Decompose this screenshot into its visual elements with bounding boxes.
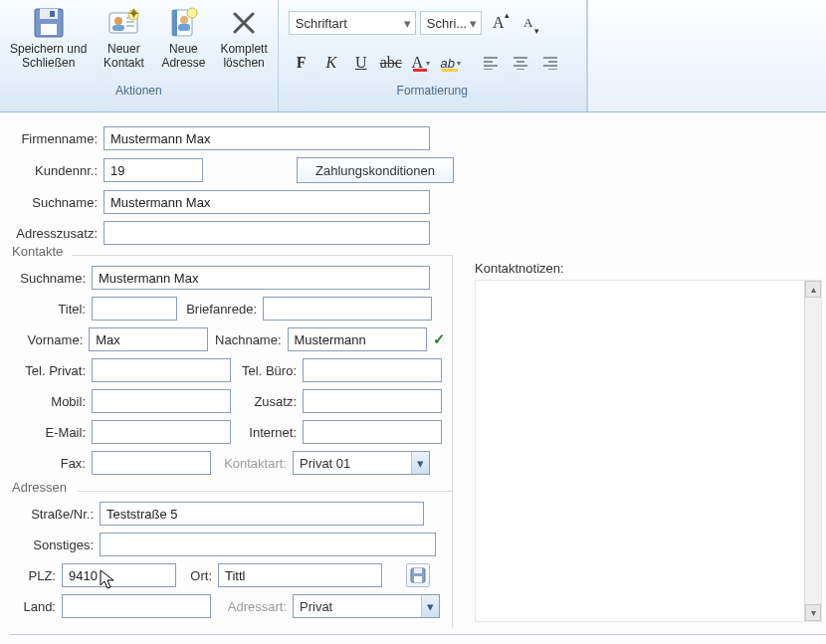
contact-card-icon: ✦ xyxy=(106,6,140,40)
kundennr-input[interactable] xyxy=(103,158,203,182)
vorname-input[interactable] xyxy=(89,327,208,351)
new-contact-button[interactable]: ✦ Neuer Kontakt xyxy=(95,4,152,82)
fax-input[interactable] xyxy=(92,451,211,475)
telprivat-label: Tel. Privat: xyxy=(16,363,86,378)
italic-button[interactable]: K xyxy=(318,50,344,76)
plz-label: PLZ: xyxy=(16,568,56,583)
firmenname-label: Firmenname: xyxy=(16,131,98,146)
zusatz-input[interactable] xyxy=(303,389,442,413)
notes-scrollbar[interactable]: ▴ ▾ xyxy=(804,281,821,621)
sonstiges-label: Sonstiges: xyxy=(16,537,94,552)
svg-rect-6 xyxy=(112,25,124,31)
scroll-down-button[interactable]: ▾ xyxy=(805,604,821,621)
bold-button[interactable]: F xyxy=(289,50,314,76)
font-size-placeholder: Schri... xyxy=(427,16,467,31)
mobil-label: Mobil: xyxy=(16,394,86,409)
kontakte-section-title: Kontakte xyxy=(12,244,72,259)
telbuero-input[interactable] xyxy=(303,358,442,382)
font-family-placeholder: Schriftart xyxy=(296,16,347,31)
chevron-down-icon: ▾ xyxy=(411,452,429,474)
scroll-up-button[interactable]: ▴ xyxy=(805,281,821,298)
suchname-input[interactable] xyxy=(103,190,430,214)
internet-label: Internet: xyxy=(237,425,297,440)
adressart-value: Privat xyxy=(294,599,332,614)
chevron-down-icon: ▾ xyxy=(421,595,439,617)
briefanrede-input[interactable] xyxy=(263,297,432,321)
kontaktnotizen-label: Kontaktnotizen: xyxy=(475,261,822,276)
chevron-down-icon: ▾ xyxy=(470,16,477,31)
svg-rect-33 xyxy=(414,576,422,582)
titel-label: Titel: xyxy=(16,302,86,317)
address-book-icon xyxy=(166,6,200,40)
grow-font-button[interactable]: A▴ xyxy=(486,10,512,36)
validated-icon: ✓ xyxy=(433,330,446,348)
adressart-select[interactable]: Privat ▾ xyxy=(293,594,440,618)
svg-rect-1 xyxy=(40,9,58,19)
email-label: E-Mail: xyxy=(16,425,86,440)
mobil-input[interactable] xyxy=(92,389,231,413)
zusatz-label: Zusatz: xyxy=(237,394,297,409)
telbuero-label: Tel. Büro: xyxy=(237,363,297,378)
briefanrede-label: Briefanrede: xyxy=(183,302,257,317)
new-address-label: Neue Adresse xyxy=(161,42,205,70)
delete-all-label: Komplett löschen xyxy=(220,42,267,70)
strasse-label: Straße/Nr.: xyxy=(16,507,94,522)
shrink-font-button[interactable]: A▾ xyxy=(516,10,541,36)
adresszusatz-input[interactable] xyxy=(103,221,430,245)
sonstiges-input[interactable] xyxy=(100,533,436,556)
zahlungskonditionen-button[interactable]: Zahlungskonditionen xyxy=(297,157,454,183)
land-input[interactable] xyxy=(62,594,211,618)
font-family-combo[interactable]: Schriftart ▾ xyxy=(289,11,416,35)
highlight-button[interactable]: ab▾ xyxy=(438,50,464,76)
align-left-button[interactable] xyxy=(478,50,504,76)
delete-all-button[interactable]: Komplett löschen xyxy=(214,4,273,82)
titel-input[interactable] xyxy=(92,297,177,321)
strikethrough-button[interactable]: abc xyxy=(378,50,404,76)
svg-point-14 xyxy=(180,16,188,24)
svg-rect-2 xyxy=(41,24,57,35)
kontaktnotizen-editor[interactable]: ▴ ▾ xyxy=(475,280,822,622)
disk-icon xyxy=(410,567,426,583)
ort-input[interactable] xyxy=(218,563,382,587)
align-right-button[interactable] xyxy=(537,50,563,76)
group-aktionen-label: Aktionen xyxy=(4,82,274,102)
underline-button[interactable]: U xyxy=(348,50,374,76)
strasse-input[interactable] xyxy=(100,502,424,526)
kundennr-label: Kundennr.: xyxy=(16,163,98,178)
chevron-down-icon: ▾ xyxy=(404,16,411,31)
svg-point-5 xyxy=(114,17,122,25)
kontakt-suchname-input[interactable] xyxy=(92,266,430,290)
email-input[interactable] xyxy=(92,420,231,444)
adressart-label: Adressart: xyxy=(217,599,287,614)
svg-text:✦: ✦ xyxy=(128,6,139,21)
svg-rect-15 xyxy=(178,24,190,31)
align-center-button[interactable] xyxy=(508,50,533,76)
save-address-button[interactable] xyxy=(406,563,430,587)
nachname-label: Nachname: xyxy=(214,332,281,347)
kontaktart-select[interactable]: Privat 01 ▾ xyxy=(293,451,430,475)
adressen-section-title: Adressen xyxy=(12,480,78,495)
save-icon xyxy=(32,6,66,40)
new-address-button[interactable]: Neue Adresse xyxy=(154,4,212,82)
vorname-label: Vorname: xyxy=(16,332,83,347)
internet-input[interactable] xyxy=(303,420,442,444)
telprivat-input[interactable] xyxy=(92,358,231,382)
ort-label: Ort: xyxy=(182,568,212,583)
svg-rect-3 xyxy=(50,11,55,17)
land-label: Land: xyxy=(16,599,56,614)
status-bar xyxy=(10,634,826,644)
kontaktart-label: Kontaktart: xyxy=(217,456,287,471)
delete-icon xyxy=(227,6,261,40)
nachname-input[interactable] xyxy=(288,327,427,351)
new-contact-label: Neuer Kontakt xyxy=(103,42,144,70)
svg-point-16 xyxy=(187,8,197,18)
kontaktart-value: Privat 01 xyxy=(294,456,350,471)
kontakt-suchname-label: Suchname: xyxy=(16,271,86,286)
font-size-combo[interactable]: Schri... ▾ xyxy=(420,11,482,35)
plz-input[interactable] xyxy=(62,563,176,587)
save-close-button[interactable]: Speichern und Schließen xyxy=(4,4,93,82)
fax-label: Fax: xyxy=(16,456,86,471)
adresszusatz-label: Adresszusatz: xyxy=(16,226,98,241)
firmenname-input[interactable] xyxy=(103,126,430,150)
font-color-button[interactable]: A▾ xyxy=(408,50,434,76)
